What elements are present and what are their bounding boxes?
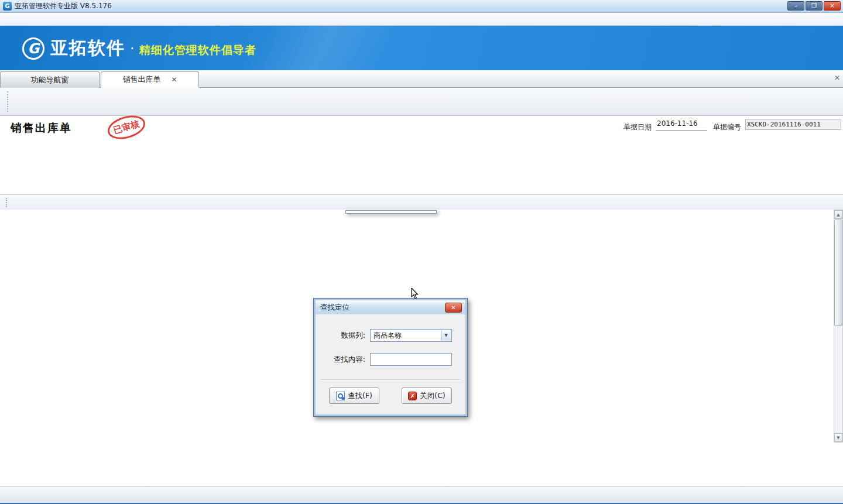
tabstrip-close-icon[interactable]: ✕ <box>834 74 840 82</box>
detail-toolbar <box>0 194 843 210</box>
data-column-value: 商品名称 <box>373 331 402 341</box>
find-button-label: 查找(F) <box>348 391 372 401</box>
logo-icon: G <box>22 37 44 60</box>
search-content-input[interactable] <box>370 353 452 366</box>
status-bar <box>0 486 843 503</box>
dialog-close-button[interactable]: ✕ <box>445 303 462 313</box>
tab-strip: 功能导航窗 销售出库单 ✕ ✕ <box>0 70 843 88</box>
data-column-row: 数据列: 商品名称 ▼ <box>320 329 452 342</box>
doc-date-label: 单据日期 <box>623 122 652 132</box>
vertical-scrollbar[interactable]: ▲ ▼ <box>834 210 843 443</box>
logo-dot: · <box>130 40 135 57</box>
doc-no-label: 单据编号 <box>713 122 741 132</box>
close-button-label: 关闭(C) <box>420 391 445 401</box>
scrollbar-thumb[interactable] <box>834 220 842 326</box>
find-locate-dialog: 查找定位 ✕ 数据列: 商品名称 ▼ 查找内容: 查找(F) 关闭(C) <box>313 298 468 417</box>
document-header: 销售出库单 已审核 单据日期 2016-11-16 单据编号 XSCKD-201… <box>0 116 843 140</box>
slogan: 精细化管理软件倡导者 <box>139 39 256 58</box>
logistics-footer <box>0 464 843 486</box>
audited-stamp: 已审核 <box>105 112 148 143</box>
search-icon <box>336 392 345 400</box>
close-icon <box>408 392 417 400</box>
search-content-label: 查找内容: <box>320 355 365 365</box>
dialog-separator <box>321 379 460 380</box>
more-actions-menu <box>345 210 437 214</box>
order-form <box>0 140 843 194</box>
scroll-up-icon[interactable]: ▲ <box>834 210 842 219</box>
close-button[interactable]: × <box>824 1 841 11</box>
title-bar: G 亚拓管理软件专业版 V8.5.176 – ❐ × <box>0 0 843 13</box>
close-dialog-button[interactable]: 关闭(C) <box>402 388 452 404</box>
doc-date-field[interactable]: 2016-11-16 <box>656 119 707 131</box>
find-button[interactable]: 查找(F) <box>329 388 379 404</box>
tab-label: 功能导航窗 <box>31 75 69 85</box>
tab-close-icon[interactable]: ✕ <box>171 76 177 84</box>
document-title: 销售出库单 <box>11 121 72 136</box>
banner: G 亚拓软件 · 精细化管理软件倡导者 <box>0 26 843 70</box>
search-content-row: 查找内容: <box>320 353 452 366</box>
dialog-title-bar[interactable]: 查找定位 ✕ <box>316 300 465 314</box>
chevron-down-icon[interactable]: ▼ <box>441 330 451 341</box>
logo-text: 亚拓软件 <box>50 36 125 60</box>
totals-footer <box>0 443 843 463</box>
app-icon: G <box>3 2 12 11</box>
data-column-label: 数据列: <box>320 331 365 341</box>
window-title: 亚拓管理软件专业版 V8.5.176 <box>15 1 112 11</box>
doc-no-field: XSCKD-20161116-0011 <box>745 119 841 130</box>
maximize-button[interactable]: ❐ <box>806 1 823 11</box>
minimize-button[interactable]: – <box>787 1 804 11</box>
tab-label: 销售出库单 <box>122 74 160 85</box>
data-column-select[interactable]: 商品名称 ▼ <box>370 329 452 342</box>
dialog-title: 查找定位 <box>320 303 349 313</box>
main-toolbar <box>0 88 843 116</box>
logo: G 亚拓软件 · 精细化管理软件倡导者 <box>22 36 256 60</box>
tab-sales-outbound[interactable]: 销售出库单 ✕ <box>101 71 199 88</box>
menu-bar <box>0 13 843 26</box>
scroll-down-icon[interactable]: ▼ <box>834 433 842 442</box>
tab-nav-window[interactable]: 功能导航窗 <box>0 71 100 88</box>
mouse-cursor <box>411 288 420 301</box>
